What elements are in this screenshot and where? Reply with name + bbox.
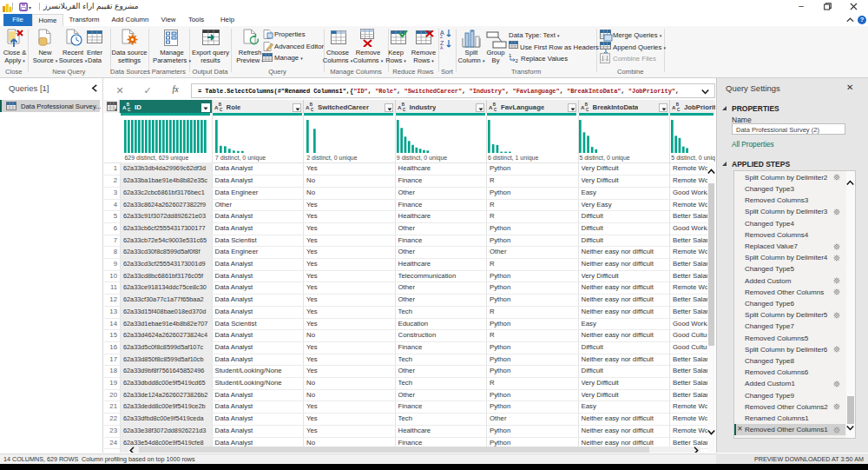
svg-text:B: B [310, 103, 313, 107]
svg-text:B: B [584, 103, 588, 107]
svg-text:C: C [220, 108, 223, 111]
svg-text:C: C [311, 108, 314, 111]
svg-text:C: C [677, 108, 681, 111]
svg-text:B: B [401, 103, 404, 107]
svg-text:B: B [493, 103, 496, 107]
svg-text:1: 1 [509, 53, 512, 58]
svg-text:2: 2 [516, 58, 519, 63]
svg-text:B: B [127, 103, 130, 107]
svg-text:C: C [494, 108, 497, 111]
svg-text:B: B [676, 103, 680, 107]
svg-text:B: B [218, 103, 221, 107]
svg-text:C: C [586, 108, 589, 111]
svg-text:2: 2 [440, 34, 443, 39]
svg-text:C: C [128, 108, 131, 111]
svg-text:C: C [403, 108, 406, 111]
